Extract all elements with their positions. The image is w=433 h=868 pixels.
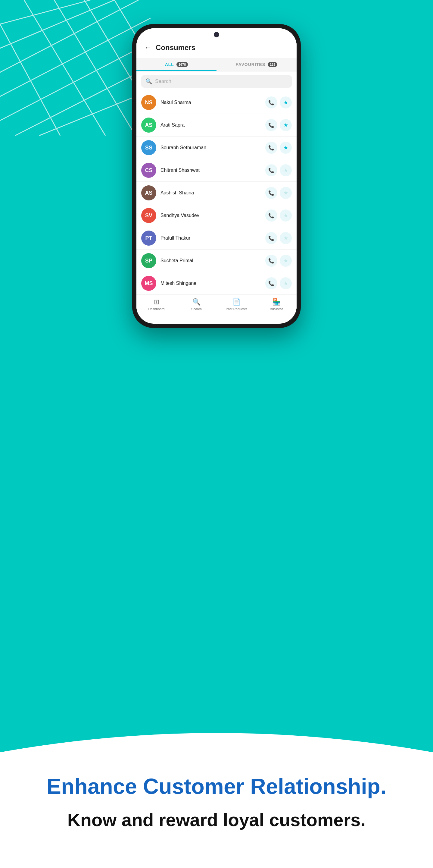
contact-actions: 📞 ★ [265, 142, 292, 154]
phone-wrapper: ← Consumers ALL 1678 FAVOURITES 123 [0, 0, 433, 328]
favorite-button[interactable]: ★ [280, 255, 292, 267]
tab-all-badge: 1678 [176, 62, 188, 67]
call-button[interactable]: 📞 [265, 164, 277, 176]
phone-icon: 📞 [268, 213, 274, 218]
avatar: PT [141, 230, 156, 246]
phone-icon: 📞 [268, 190, 274, 196]
star-inactive-icon: ★ [284, 212, 288, 219]
phone-icon: 📞 [268, 281, 274, 286]
star-active-icon: ★ [284, 99, 288, 106]
app-header: ← Consumers [136, 37, 297, 58]
call-button[interactable]: 📞 [265, 119, 277, 131]
avatar: NS [141, 95, 156, 110]
tab-all[interactable]: ALL 1678 [136, 58, 216, 71]
phone-notch [136, 28, 297, 37]
phone-device: ← Consumers ALL 1678 FAVOURITES 123 [132, 24, 301, 328]
contact-list: NS Nakul Sharma 📞 ★ AS [136, 91, 297, 295]
footer-subheadline: Know and reward loyal customers. [24, 808, 409, 832]
table-row[interactable]: SP Sucheta Primal 📞 ★ [136, 250, 297, 272]
star-inactive-icon: ★ [284, 257, 288, 264]
favorite-button[interactable]: ★ [280, 187, 292, 199]
contact-name: Mitesh Shingane [161, 281, 261, 286]
nav-dashboard-label: Dashboard [148, 307, 165, 311]
favorite-button[interactable]: ★ [280, 119, 292, 131]
contact-actions: 📞 ★ [265, 277, 292, 289]
phone-icon: 📞 [268, 100, 274, 105]
contact-actions: 📞 ★ [265, 96, 292, 108]
favorite-button[interactable]: ★ [280, 210, 292, 221]
nav-search-label: Search [191, 307, 202, 311]
phone-icon: 📞 [268, 122, 274, 128]
table-row[interactable]: PT Prafull Thakur 📞 ★ [136, 227, 297, 250]
contact-actions: 📞 ★ [265, 232, 292, 244]
nav-item-search[interactable]: 🔍 Search [176, 298, 216, 311]
contact-name: Chitrani Shashwat [161, 167, 261, 173]
avatar: SP [141, 253, 156, 268]
call-button[interactable]: 📞 [265, 187, 277, 199]
avatar: AS [141, 118, 156, 133]
avatar: SV [141, 208, 156, 223]
back-button[interactable]: ← [142, 42, 153, 53]
contact-name: Prafull Thakur [161, 236, 261, 241]
tab-favourites[interactable]: FAVOURITES 123 [216, 58, 297, 71]
nav-business-label: Business [270, 307, 284, 311]
search-icon: 🔍 [145, 78, 152, 85]
phone-icon: 📞 [268, 236, 274, 241]
dashboard-icon: ⊞ [154, 298, 159, 306]
contact-name: Nakul Sharma [161, 100, 261, 105]
favorite-button[interactable]: ★ [280, 164, 292, 176]
table-row[interactable]: SV Sandhya Vasudev 📞 ★ [136, 204, 297, 227]
table-row[interactable]: SS Sourabh Sethuraman 📞 ★ [136, 136, 297, 159]
table-row[interactable]: MS Mitesh Shingane 📞 ★ [136, 272, 297, 295]
contact-name: Sucheta Primal [161, 258, 261, 264]
call-button[interactable]: 📞 [265, 232, 277, 244]
star-inactive-icon: ★ [284, 190, 288, 196]
favorite-button[interactable]: ★ [280, 277, 292, 289]
contact-actions: 📞 ★ [265, 119, 292, 131]
star-inactive-icon: ★ [284, 280, 288, 287]
search-placeholder-text: Search [155, 79, 171, 84]
nav-item-past-requests[interactable]: 📄 Past Requests [216, 298, 257, 311]
nav-item-business[interactable]: 🏪 Business [257, 298, 297, 311]
contact-actions: 📞 ★ [265, 255, 292, 267]
tab-favourites-badge: 123 [268, 62, 277, 67]
favorite-button[interactable]: ★ [280, 96, 292, 108]
star-inactive-icon: ★ [284, 167, 288, 174]
tab-favourites-label: FAVOURITES [236, 62, 265, 67]
star-inactive-icon: ★ [284, 235, 288, 241]
contact-name: Sandhya Vasudev [161, 213, 261, 218]
call-button[interactable]: 📞 [265, 255, 277, 267]
past-requests-icon: 📄 [232, 298, 241, 306]
table-row[interactable]: AS Aashish Shaina 📞 ★ [136, 182, 297, 204]
favorite-button[interactable]: ★ [280, 232, 292, 244]
camera-notch [214, 32, 219, 37]
back-arrow-icon: ← [144, 44, 151, 52]
table-row[interactable]: AS Arati Sapra 📞 ★ [136, 114, 297, 136]
call-button[interactable]: 📞 [265, 142, 277, 154]
avatar: MS [141, 276, 156, 291]
phone-icon: 📞 [268, 167, 274, 173]
footer-headline: Enhance Customer Relationship. [24, 773, 409, 799]
star-active-icon: ★ [284, 144, 288, 151]
table-row[interactable]: CS Chitrani Shashwat 📞 ★ [136, 159, 297, 182]
page-title: Consumers [156, 43, 195, 52]
tabs-container: ALL 1678 FAVOURITES 123 [136, 58, 297, 71]
contact-actions: 📞 ★ [265, 187, 292, 199]
call-button[interactable]: 📞 [265, 96, 277, 108]
tab-all-label: ALL [165, 62, 174, 67]
search-bar[interactable]: 🔍 Search [141, 75, 292, 88]
phone-icon: 📞 [268, 258, 274, 264]
avatar: AS [141, 185, 156, 200]
contact-name: Arati Sapra [161, 122, 261, 128]
table-row[interactable]: NS Nakul Sharma 📞 ★ [136, 91, 297, 114]
avatar: CS [141, 163, 156, 178]
contact-actions: 📞 ★ [265, 210, 292, 221]
call-button[interactable]: 📞 [265, 277, 277, 289]
nav-item-dashboard[interactable]: ⊞ Dashboard [136, 298, 176, 311]
contact-actions: 📞 ★ [265, 164, 292, 176]
bottom-navigation: ⊞ Dashboard 🔍 Search 📄 Past Requests 🏪 B… [136, 295, 297, 313]
contact-name: Aashish Shaina [161, 190, 261, 195]
call-button[interactable]: 📞 [265, 210, 277, 221]
favorite-button[interactable]: ★ [280, 142, 292, 154]
search-nav-icon: 🔍 [192, 298, 201, 306]
